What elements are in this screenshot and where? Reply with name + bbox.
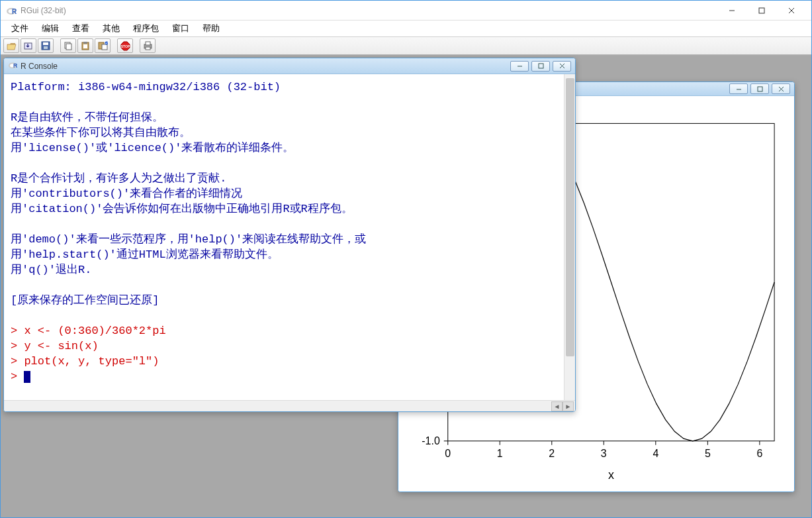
toolbar-copy-paste-icon[interactable]: [95, 38, 111, 53]
console-horizontal-scrollbar[interactable]: ◄ ►: [4, 400, 575, 411]
svg-rect-9: [43, 42, 48, 45]
toolbar-open-icon[interactable]: [3, 38, 19, 53]
svg-text:3: 3: [601, 448, 607, 459]
console-minimize-button[interactable]: [510, 61, 529, 72]
mdi-client-area: R R Graphics: Device 2 (ACTIVE) 0123456-…: [1, 55, 811, 517]
scroll-right-arrow-icon[interactable]: ►: [563, 401, 574, 411]
console-close-button[interactable]: [553, 61, 571, 72]
svg-rect-23: [146, 47, 150, 50]
svg-rect-4: [759, 8, 764, 13]
svg-rect-12: [66, 44, 71, 50]
svg-text:1: 1: [497, 448, 503, 459]
rgui-main-window: R RGui (32-bit) 文件 编辑 查看 其他 程序包 窗口 帮助 ST…: [0, 0, 812, 518]
console-output[interactable]: Platform: i386-w64-mingw32/i386 (32-bit)…: [4, 74, 575, 388]
r-app-icon: R: [6, 5, 17, 16]
console-title-text: R Console: [21, 62, 58, 71]
svg-text:0: 0: [445, 448, 451, 459]
svg-rect-17: [102, 44, 107, 50]
svg-rect-10: [44, 46, 48, 49]
graphics-minimize-button[interactable]: [729, 83, 748, 94]
console-maximize-button[interactable]: [531, 61, 550, 72]
menu-packages[interactable]: 程序包: [128, 21, 164, 36]
graphics-close-button[interactable]: [772, 83, 790, 94]
console-scroll-thumb[interactable]: [566, 78, 574, 356]
svg-text:5: 5: [705, 448, 711, 459]
svg-rect-28: [758, 87, 762, 91]
main-title: RGui (32-bit): [21, 6, 66, 15]
menu-misc[interactable]: 其他: [97, 21, 125, 36]
svg-rect-62: [539, 64, 543, 68]
r-console-window[interactable]: R R Console Platform: i386-w64-mingw32/i…: [3, 58, 576, 412]
svg-rect-22: [146, 42, 150, 45]
toolbar: STOP: [1, 36, 811, 55]
menu-help[interactable]: 帮助: [197, 21, 225, 36]
console-titlebar[interactable]: R R Console: [4, 58, 575, 74]
menu-view[interactable]: 查看: [67, 21, 95, 36]
svg-text:4: 4: [653, 448, 658, 459]
toolbar-paste-icon[interactable]: [77, 38, 93, 53]
svg-text:-1.0: -1.0: [422, 435, 440, 446]
maximize-button[interactable]: [746, 1, 776, 20]
toolbar-print-icon[interactable]: [140, 38, 156, 53]
scroll-left-arrow-icon[interactable]: ◄: [551, 401, 563, 411]
toolbar-stop-icon[interactable]: STOP: [117, 38, 133, 53]
minimize-button[interactable]: [717, 1, 746, 20]
svg-text:R: R: [13, 62, 17, 69]
svg-text:STOP: STOP: [120, 44, 130, 48]
toolbar-save-icon[interactable]: [38, 38, 54, 53]
svg-text:6: 6: [756, 448, 762, 459]
console-vertical-scrollbar[interactable]: [564, 74, 575, 400]
menu-edit[interactable]: 编辑: [36, 21, 64, 36]
main-titlebar[interactable]: R RGui (32-bit): [1, 1, 811, 21]
svg-rect-14: [83, 42, 87, 44]
close-button[interactable]: [776, 1, 806, 20]
svg-text:x: x: [608, 468, 614, 482]
menu-file[interactable]: 文件: [6, 21, 34, 36]
svg-text:2: 2: [549, 448, 555, 459]
svg-text:R: R: [12, 8, 17, 15]
menubar: 文件 编辑 查看 其他 程序包 窗口 帮助: [1, 21, 811, 36]
graphics-maximize-button[interactable]: [750, 83, 769, 94]
console-body[interactable]: Platform: i386-w64-mingw32/i386 (32-bit)…: [4, 74, 575, 400]
r-child-icon: R: [8, 60, 17, 72]
menu-windows[interactable]: 窗口: [167, 21, 195, 36]
toolbar-load-workspace-icon[interactable]: [21, 38, 36, 53]
svg-rect-15: [83, 44, 87, 48]
toolbar-copy-icon[interactable]: [60, 38, 76, 53]
